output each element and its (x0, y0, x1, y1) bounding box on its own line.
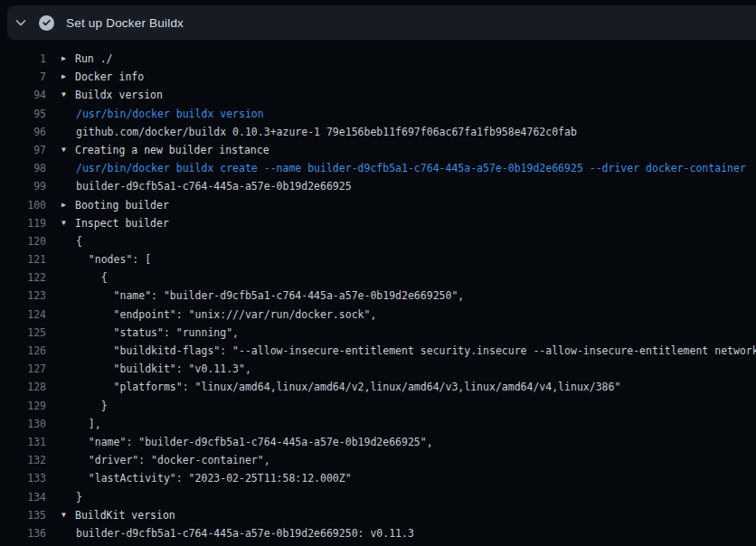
log-group-line[interactable]: 7 ▶ Docker info (0, 68, 756, 86)
log-text: "name": "builder-d9cfb5a1-c764-445a-a57e… (61, 287, 464, 305)
log-group-line[interactable]: 119 ▼ Inspect builder (0, 214, 756, 232)
line-number[interactable]: 95 (0, 105, 46, 123)
log-line: 128 "platforms": "linux/amd64,linux/amd6… (0, 378, 756, 396)
expand-arrow-icon[interactable]: ▶ (61, 50, 75, 68)
log: 1 ▶ Run ./ 7 ▶ Docker info 94 ▼ Buildx v… (0, 40, 756, 542)
collapse-arrow-icon[interactable]: ▼ (61, 505, 75, 523)
line-number[interactable]: 1 (0, 50, 46, 68)
log-group-line[interactable]: 135 ▼ BuildKit version (0, 506, 756, 524)
log-line: 99 builder-d9cfb5a1-c764-445a-a57e-0b19d… (0, 177, 756, 195)
log-line: 134 } (0, 488, 756, 506)
log-line: 125 "status": "running", (0, 324, 756, 342)
line-number[interactable]: 120 (0, 232, 46, 250)
log-line: 98 /usr/bin/docker buildx create --name … (0, 159, 756, 177)
log-group-title: Booting builder (75, 196, 169, 214)
log-line: 129 } (0, 397, 756, 415)
log-text: "buildkitd-flags": "--allow-insecure-ent… (61, 342, 756, 360)
line-number[interactable]: 98 (0, 159, 46, 177)
line-number[interactable]: 96 (0, 123, 46, 141)
log-group-line[interactable]: 1 ▶ Run ./ (0, 50, 756, 68)
line-number[interactable]: 100 (0, 196, 46, 214)
log-text: builder-d9cfb5a1-c764-445a-a57e-0b19d2e6… (61, 524, 414, 542)
line-number[interactable]: 121 (0, 250, 46, 268)
log-text: { (61, 232, 82, 250)
step-title: Set up Docker Buildx (66, 16, 184, 30)
log-text: /usr/bin/docker buildx create --name bui… (61, 159, 746, 177)
collapse-arrow-icon[interactable]: ▼ (61, 86, 75, 104)
line-number[interactable]: 99 (0, 177, 46, 195)
line-number[interactable]: 133 (0, 469, 46, 487)
collapse-arrow-icon[interactable]: ▼ (61, 213, 75, 231)
log-group-line[interactable]: 100 ▶ Booting builder (0, 196, 756, 214)
check-circle-icon (39, 15, 54, 31)
log-group-title: Run ./ (75, 50, 113, 68)
log-text: /usr/bin/docker buildx version (61, 105, 264, 123)
chevron-down-icon[interactable] (14, 15, 28, 30)
log-text: "name": "builder-d9cfb5a1-c764-445a-a57e… (61, 433, 433, 451)
log-text: "nodes": [ (61, 250, 151, 268)
line-number[interactable]: 119 (0, 214, 46, 232)
line-number[interactable]: 97 (0, 141, 46, 159)
log-line: 96 github.com/docker/buildx 0.10.3+azure… (0, 123, 756, 141)
log-text: } (61, 397, 108, 415)
log-group-title: Inspect builder (75, 214, 169, 232)
log-text: "platforms": "linux/amd64,linux/amd64/v2… (61, 378, 620, 396)
log-text: github.com/docker/buildx 0.10.3+azure-1 … (61, 123, 577, 141)
log-group-title: Creating a new builder instance (75, 141, 269, 159)
log-line: 123 "name": "builder-d9cfb5a1-c764-445a-… (0, 287, 756, 305)
log-text: "lastActivity": "2023-02-25T11:58:12.000… (61, 469, 352, 487)
log-line: 127 "buildkit": "v0.11.3", (0, 360, 756, 378)
line-number[interactable]: 134 (0, 488, 46, 506)
log-text: "status": "running", (61, 324, 239, 342)
log-line: 136 builder-d9cfb5a1-c764-445a-a57e-0b19… (0, 524, 756, 542)
log-group-line[interactable]: 94 ▼ Buildx version (0, 86, 756, 104)
line-number[interactable]: 132 (0, 451, 46, 469)
log-text: ], (61, 415, 101, 433)
line-number[interactable]: 136 (0, 524, 46, 542)
log-line: 124 "endpoint": "unix:///var/run/docker.… (0, 306, 756, 324)
log-group-title: BuildKit version (75, 506, 175, 524)
log-line: 132 "driver": "docker-container", (0, 451, 756, 469)
log-line: 95 /usr/bin/docker buildx version (0, 105, 756, 123)
log-text: } (61, 488, 82, 506)
line-number[interactable]: 122 (0, 268, 46, 287)
line-number[interactable]: 125 (0, 324, 46, 342)
expand-arrow-icon[interactable]: ▶ (61, 68, 75, 86)
line-number[interactable]: 94 (0, 86, 46, 104)
log-line: 133 "lastActivity": "2023-02-25T11:58:12… (0, 469, 756, 487)
log-text: "buildkit": "v0.11.3", (61, 360, 251, 378)
line-number[interactable]: 124 (0, 306, 46, 324)
line-number[interactable]: 123 (0, 287, 46, 305)
collapse-arrow-icon[interactable]: ▼ (61, 140, 75, 158)
log-line: 120 { (0, 232, 756, 250)
log-text: builder-d9cfb5a1-c764-445a-a57e-0b19d2e6… (61, 177, 352, 195)
line-number[interactable]: 131 (0, 433, 46, 451)
log-line: 130 ], (0, 415, 756, 433)
log-line: 131 "name": "builder-d9cfb5a1-c764-445a-… (0, 433, 756, 451)
log-group-line[interactable]: 97 ▼ Creating a new builder instance (0, 141, 756, 159)
line-number[interactable]: 130 (0, 415, 46, 433)
step-header[interactable]: Set up Docker Buildx (7, 5, 756, 40)
log-line: 126 "buildkitd-flags": "--allow-insecure… (0, 342, 756, 360)
line-number[interactable]: 128 (0, 378, 46, 396)
log-line: 121 "nodes": [ (0, 250, 756, 268)
line-number[interactable]: 127 (0, 360, 46, 378)
log-group-title: Buildx version (75, 86, 163, 104)
log-text: { (61, 268, 108, 287)
line-number[interactable]: 129 (0, 397, 46, 415)
log-text: "endpoint": "unix:///var/run/docker.sock… (61, 306, 376, 324)
line-number[interactable]: 126 (0, 342, 46, 360)
log-text: "driver": "docker-container", (61, 451, 270, 469)
expand-arrow-icon[interactable]: ▶ (61, 195, 75, 213)
line-number[interactable]: 7 (0, 68, 46, 86)
log-line: 122 { (0, 268, 756, 287)
line-number[interactable]: 135 (0, 506, 46, 524)
log-group-title: Docker info (75, 68, 144, 86)
